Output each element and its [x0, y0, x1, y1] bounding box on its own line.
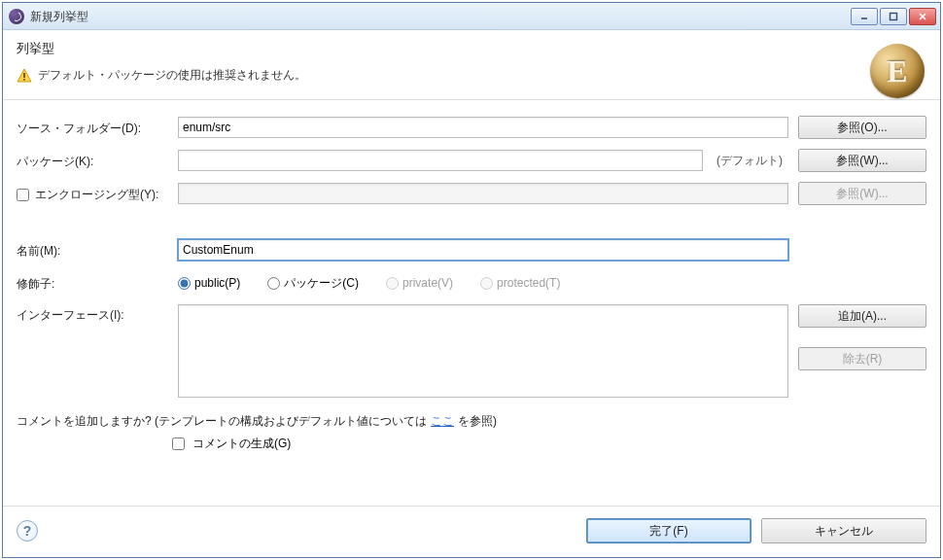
eclipse-app-icon	[9, 9, 24, 24]
package-input[interactable]	[178, 150, 703, 171]
header-message: デフォルト・パッケージの使用は推奨されません。	[17, 67, 926, 84]
source-folder-label: ソース・フォルダー(D):	[17, 118, 168, 137]
dialog-window: 新規列挙型 列挙型 デフォルト・パッケージの使用は推奨されません。 E ソース・…	[2, 2, 941, 558]
interfaces-row: インターフェース(I): 追加(A)... 除去(R)	[17, 304, 926, 398]
modifier-private: private(V)	[386, 276, 453, 290]
close-button[interactable]	[909, 8, 936, 25]
modifiers-row: 修飾子: public(P) パッケージ(C) private(V) prote…	[17, 271, 926, 295]
browse-package-button[interactable]: 参照(W)...	[798, 149, 926, 172]
dialog-header: 列挙型 デフォルト・パッケージの使用は推奨されません。 E	[3, 30, 940, 100]
maximize-button[interactable]	[880, 8, 907, 25]
dialog-footer: ? 完了(F) キャンセル	[3, 506, 940, 557]
remove-interface-button: 除去(R)	[798, 347, 926, 370]
browse-source-button[interactable]: 参照(O)...	[798, 116, 926, 139]
add-interface-button[interactable]: 追加(A)...	[798, 304, 926, 328]
modifiers-label: 修飾子:	[17, 273, 168, 293]
browse-enclosing-button: 参照(W)...	[798, 182, 926, 205]
enclosing-type-label: エンクロージング型(Y):	[35, 187, 158, 203]
cancel-button[interactable]: キャンセル	[761, 518, 926, 543]
form-area: ソース・フォルダー(D): 参照(O)... パッケージ(K): (デフォルト)…	[3, 100, 940, 506]
finish-button[interactable]: 完了(F)	[586, 518, 751, 543]
warning-text: デフォルト・パッケージの使用は推奨されません。	[38, 67, 306, 84]
window-title: 新規列挙型	[30, 8, 851, 25]
warning-icon	[17, 68, 32, 84]
package-row: パッケージ(K): (デフォルト) 参照(W)...	[17, 149, 926, 172]
source-folder-row: ソース・フォルダー(D): 参照(O)...	[17, 116, 926, 139]
name-label: 名前(M):	[17, 240, 168, 260]
minimize-button[interactable]	[851, 8, 878, 25]
source-folder-input[interactable]	[178, 117, 788, 138]
svg-rect-5	[23, 79, 25, 81]
enclosing-type-input	[178, 183, 788, 204]
enclosing-type-checkbox[interactable]	[17, 189, 29, 201]
comments-block: コメントを追加しますか? (テンプレートの構成およびデフォルト値についてはここを…	[17, 413, 926, 452]
comments-question-after: を参照)	[458, 413, 497, 430]
help-button[interactable]: ?	[17, 520, 38, 542]
modifier-protected: protected(T)	[480, 276, 560, 290]
package-default-note: (デフォルト)	[711, 153, 788, 169]
enum-logo-icon: E	[870, 44, 925, 98]
interfaces-label: インターフェース(I):	[17, 304, 168, 324]
template-config-link[interactable]: ここ	[431, 413, 454, 430]
modifier-public[interactable]: public(P)	[178, 276, 240, 290]
modifier-package[interactable]: パッケージ(C)	[267, 275, 359, 292]
generate-comments-checkbox[interactable]	[172, 438, 185, 450]
comments-question-before: コメントを追加しますか? (テンプレートの構成およびデフォルト値については	[17, 413, 427, 430]
name-row: 名前(M):	[17, 238, 926, 262]
generate-comments-label: コメントの生成(G)	[192, 436, 291, 452]
enclosing-type-row: エンクロージング型(Y): 参照(W)...	[17, 182, 926, 205]
name-input[interactable]	[178, 239, 788, 261]
header-title: 列挙型	[17, 40, 926, 57]
svg-rect-1	[891, 13, 897, 19]
svg-rect-4	[23, 73, 25, 78]
package-label: パッケージ(K):	[17, 151, 168, 170]
title-bar[interactable]: 新規列挙型	[3, 3, 940, 30]
interfaces-listbox[interactable]	[178, 304, 788, 398]
